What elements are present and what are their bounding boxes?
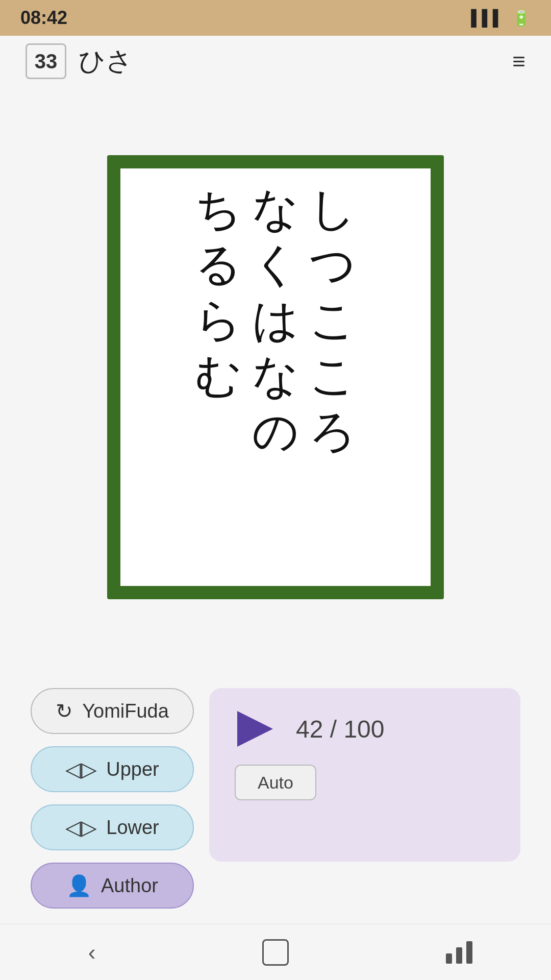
yomifuda-label: YomiFuda bbox=[82, 700, 169, 722]
back-button[interactable]: ‹ bbox=[66, 937, 117, 968]
person-icon: 👤 bbox=[66, 874, 92, 898]
author-button[interactable]: 👤 Author bbox=[31, 863, 194, 909]
back-icon: ‹ bbox=[88, 940, 96, 965]
signal-icon: ▌▌▌ bbox=[471, 9, 504, 27]
player-panel: 42 / 100 Auto bbox=[209, 688, 520, 862]
progress-text: 42 / 100 bbox=[296, 715, 384, 743]
upper-label: Upper bbox=[106, 758, 159, 780]
controls-area: ↻ YomiFuda ◁▷ Upper ◁▷ Lower 👤 Author bbox=[0, 668, 551, 924]
status-time: 08:42 bbox=[20, 7, 67, 29]
home-icon bbox=[262, 939, 289, 966]
hamburger-menu-icon[interactable]: ≡ bbox=[512, 48, 525, 74]
auto-button[interactable]: Auto bbox=[235, 765, 316, 800]
arrows-icon-lower: ◁▷ bbox=[65, 816, 97, 839]
poem-char: な bbox=[252, 184, 299, 234]
arrows-icon-upper: ◁▷ bbox=[65, 757, 97, 781]
poem-columns: し つ こ こ ろ な く は な の bbox=[141, 184, 410, 571]
play-triangle-icon bbox=[237, 711, 273, 747]
top-bar-left: 33 ひさ bbox=[26, 43, 133, 79]
player-top: 42 / 100 bbox=[235, 708, 500, 749]
recents-button[interactable] bbox=[434, 937, 485, 968]
poem-col-3: ち る ら む bbox=[195, 184, 242, 401]
battery-icon: 🔋 bbox=[512, 9, 531, 27]
poem-char: つ bbox=[309, 239, 356, 290]
yomifuda-button[interactable]: ↻ YomiFuda bbox=[31, 688, 194, 734]
card-title: ひさ bbox=[79, 43, 133, 79]
poem-char: む bbox=[195, 351, 242, 401]
recents-icon bbox=[446, 941, 472, 964]
poem-char: は bbox=[252, 295, 299, 346]
poem-char: ろ bbox=[309, 406, 356, 457]
status-bar: 08:42 ▌▌▌ 🔋 bbox=[0, 0, 551, 36]
app-container: 33 ひさ ≡ し つ こ こ ろ な bbox=[0, 36, 551, 980]
home-button[interactable] bbox=[250, 937, 301, 968]
left-buttons: ↻ YomiFuda ◁▷ Upper ◁▷ Lower 👤 Author bbox=[31, 688, 194, 909]
poem-char: る bbox=[195, 239, 242, 290]
poem-card-inner: し つ こ こ ろ な く は な の bbox=[120, 168, 431, 586]
poem-col-1: し つ こ こ ろ bbox=[309, 184, 356, 457]
poem-char: ち bbox=[195, 184, 242, 234]
poem-char: ら bbox=[195, 295, 242, 346]
author-label: Author bbox=[101, 875, 158, 897]
poem-char: こ bbox=[309, 351, 356, 401]
top-bar: 33 ひさ ≡ bbox=[0, 36, 551, 87]
poem-char: こ bbox=[309, 295, 356, 346]
poem-char: な bbox=[252, 351, 299, 401]
poem-area: し つ こ こ ろ な く は な の bbox=[0, 87, 551, 668]
poem-char: の bbox=[252, 406, 299, 457]
card-number: 33 bbox=[26, 43, 66, 79]
auto-label: Auto bbox=[258, 773, 293, 793]
bottom-nav: ‹ bbox=[0, 924, 551, 980]
poem-char: く bbox=[252, 239, 299, 290]
upper-button[interactable]: ◁▷ Upper bbox=[31, 746, 194, 792]
status-icons: ▌▌▌ 🔋 bbox=[471, 9, 531, 27]
lower-label: Lower bbox=[106, 817, 159, 839]
poem-col-2: な く は な の bbox=[252, 184, 299, 457]
lower-button[interactable]: ◁▷ Lower bbox=[31, 804, 194, 850]
poem-card-outer: し つ こ こ ろ な く は な の bbox=[107, 155, 444, 599]
play-button[interactable] bbox=[235, 708, 276, 749]
refresh-icon: ↻ bbox=[56, 699, 73, 723]
poem-char: し bbox=[309, 184, 356, 234]
